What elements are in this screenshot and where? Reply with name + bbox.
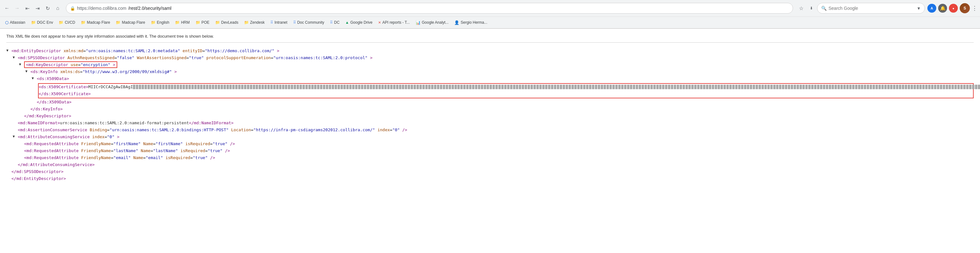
xml-line-1: ▼ <md:EntityDescriptor xmlns:md="urn:oas… [6,48,974,55]
bookmark-dc[interactable]: ⠿ DC [328,19,342,26]
xml-content: </ds:X509Data> [37,99,72,106]
bookmark-label: Zendesk [250,20,265,25]
bookmark-label: English [157,20,169,25]
bookmark-label: POE [202,20,210,25]
search-bar: 🔍 ▼ [817,3,925,14]
bookmark-google-analytics[interactable]: 📊 Google Analyt... [413,19,451,26]
bookmark-devleads[interactable]: 📁 DevLeads [213,19,241,26]
bookmark-label: Intranet [274,20,288,25]
apps-icon: ⠿ [270,20,273,25]
forward-button[interactable]: → [13,4,22,13]
xml-line-16: ▼ <md:RequestedAttribute FriendlyName="e… [6,155,974,161]
notification-icon[interactable]: 🔔 [938,4,947,13]
extension-blue-icon[interactable]: A [928,4,936,13]
bookmark-cicd[interactable]: 📁 CI/CD [56,19,78,26]
bookmark-english[interactable]: 📁 English [148,19,172,26]
xml-line-18: ▼ </md:SPSSODescriptor> [6,169,974,176]
bookmark-label: DevLeads [221,20,239,25]
xml-line-13: ▼ <md:AttributeConsumingService index="0… [6,134,974,141]
bookmark-tech-writing[interactable]: 📁 Madcap Flare [113,19,147,26]
bookmark-label: Madcap Flare [87,20,110,25]
content-area: This XML file does not appear to have an… [0,29,980,188]
bookmark-api-reports[interactable]: ✕ API reports - T... [375,19,412,26]
bookmark-google-drive[interactable]: ▲ Google Drive [343,19,375,26]
back-button[interactable]: ← [3,4,11,13]
bookmark-poe[interactable]: 📁 POE [193,19,212,26]
xml-line-10: ▼ </md:KeyDescriptor> [6,113,974,120]
bookmark-intranet[interactable]: ⠿ Intranet [268,19,290,26]
address-path: /rest/2.0/security/saml [128,6,172,11]
first-page-button[interactable]: ⇤ [23,4,32,13]
bookmark-doc-community[interactable]: ⠿ Doc Community [291,19,327,26]
apps-icon: ⠿ [330,20,333,25]
bookmark-dgc-env[interactable]: 📁 DGC Env [29,19,56,26]
xml-content: </md:KeyDescriptor> [24,113,71,120]
folder-icon: 📁 [196,20,200,25]
folder-icon: 📁 [244,20,249,25]
bookmark-hrm[interactable]: 📁 HRM [172,19,192,26]
search-input[interactable] [829,6,915,11]
bookmark-madcap[interactable]: 📁 Madcap Flare [78,19,113,26]
xml-line-12: ▼ <md:AssertionConsumerService Binding="… [6,127,974,134]
reload-button[interactable]: ↻ [43,4,52,13]
bookmark-zendesk[interactable]: 📁 Zendesk [242,19,267,26]
analytics-icon: 📊 [415,20,421,25]
profile-area: A 🔔 ● S ⋮ [928,3,977,13]
xml-line-9: ▼ </ds:KeyInfo> [6,106,974,113]
address-scheme: https://demo.collibra.com [77,6,126,11]
toggle-arrow[interactable]: ▼ [19,62,24,67]
download-button[interactable]: ⬇ [807,4,816,13]
menu-button[interactable]: ⋮ [972,5,977,12]
folder-icon: 📁 [215,20,220,25]
bookmark-sergio[interactable]: 👤 Sergio Herma... [452,19,490,26]
toggle-arrow[interactable]: ▼ [6,48,11,54]
toggle-arrow[interactable]: ▼ [25,69,30,74]
user-icon: 👤 [454,20,459,25]
xml-content: <md:NameIDFormat>urn:oasis:names:tc:SAML… [18,120,234,126]
bookmark-label: Sergio Herma... [461,20,487,25]
toggle-arrow[interactable]: ▼ [13,55,18,60]
bookmark-button[interactable]: ☆ [797,4,806,13]
folder-icon: 📁 [175,20,180,25]
bookmark-label: DC [334,20,339,25]
last-page-button[interactable]: ⇥ [33,4,42,13]
toggle-arrow[interactable]: ▼ [32,76,37,81]
folder-icon: 📁 [116,20,121,25]
toggle-arrow[interactable]: ▼ [13,134,18,139]
xml-line-7: </ds:X509Certificate> [39,91,973,98]
xml-line-4: ▼ <ds:KeyInfo xmlns:ds="http://www.w3.or… [6,69,974,76]
xml-content: <md:SPSSODescriptor AuthnRequestsSigned=… [18,55,372,62]
search-icon: 🔍 [821,6,827,11]
bookmarks-bar: ⬡ Atlassian 📁 DGC Env 📁 CI/CD 📁 Madcap F… [0,16,980,28]
xml-content: </md:AttributeConsumingService> [18,161,95,168]
atlassian-icon: ⬡ [5,20,8,25]
bookmark-label: Madcap Flare [122,20,145,25]
xml-line-8: ▼ </ds:X509Data> [6,99,974,106]
xml-content: <md:AssertionConsumerService Binding="ur… [18,127,407,133]
xml-line-6: <ds:X509Certificate>MIICrDCCAZgAwIBAgI██… [39,84,973,91]
bookmark-atlassian[interactable]: ⬡ Atlassian [3,19,28,26]
xml-content: <md:EntityDescriptor xmlns:md="urn:oasis… [11,48,279,54]
bookmark-label: Google Analyt... [422,20,449,25]
screen-capture-icon[interactable]: ● [949,4,958,13]
bookmark-label: HRM [181,20,189,25]
api-icon: ✕ [378,21,381,25]
xml-content: <md:RequestedAttribute FriendlyName="fir… [24,141,235,147]
home-button[interactable]: ⌂ [53,4,62,13]
folder-icon: 📁 [151,20,156,25]
xml-content: </ds:X509Certificate> [39,91,91,97]
xml-content: <ds:X509Certificate>MIICrDCCAZgAwIBAgI██… [39,84,980,90]
avatar[interactable]: S [960,3,970,13]
drive-icon: ▲ [345,20,349,25]
address-bar[interactable]: 🔒 https://demo.collibra.com/rest/2.0/sec… [66,3,793,14]
search-dropdown-icon[interactable]: ▼ [916,6,921,11]
xml-line-3: ▼ <md:KeyDescriptor use="encryption" > [6,62,974,69]
xml-cert-block: <ds:X509Certificate>MIICrDCCAZgAwIBAgI██… [38,83,974,98]
xml-notice: This XML file does not appear to have an… [6,34,974,43]
bookmark-label: API reports - T... [382,20,409,25]
xml-line-2: ▼ <md:SPSSODescriptor AuthnRequestsSigne… [6,55,974,62]
bookmark-label: Atlassian [10,20,25,25]
xml-content: </md:EntityDescriptor> [11,176,66,182]
xml-content: <ds:X509Data> [37,76,69,82]
folder-icon: 📁 [59,20,64,25]
